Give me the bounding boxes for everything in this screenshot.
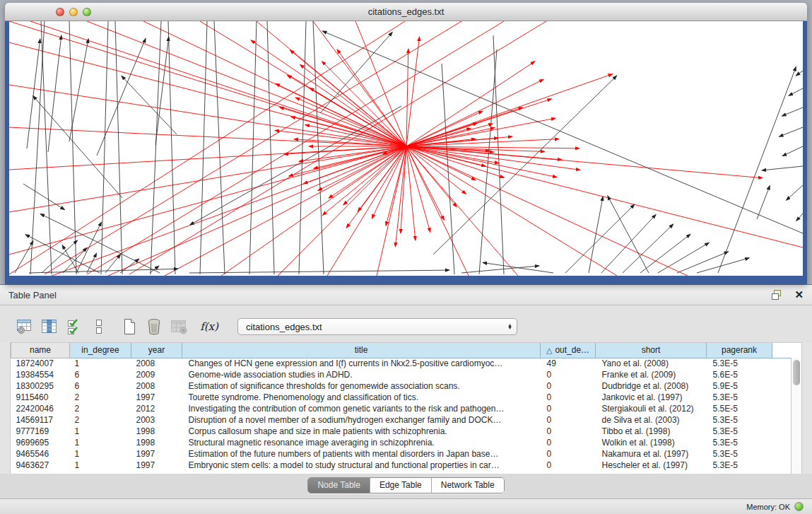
- table-toolbar: f(x) citations_edges.txt ▲▼: [0, 305, 812, 342]
- table-row[interactable]: 969969511998Structural magnetic resonanc…: [11, 437, 792, 448]
- table-row[interactable]: 2242004622012Investigating the contribut…: [11, 403, 792, 414]
- traffic-lights: [56, 8, 91, 16]
- network-canvas[interactable]: [9, 21, 803, 276]
- table-selector-dropdown[interactable]: citations_edges.txt ▲▼: [237, 318, 517, 335]
- row-options-icon[interactable]: [90, 317, 108, 336]
- delete-table-disabled-icon: [170, 317, 188, 336]
- function-builder-icon[interactable]: f(x): [200, 317, 218, 336]
- create-column-icon[interactable]: [120, 317, 139, 336]
- dropdown-stepper-icon: ▲▼: [507, 324, 512, 330]
- table-row[interactable]: 1872400712008Changes of HCN gene express…: [11, 358, 792, 369]
- minimize-window-button[interactable]: [69, 8, 78, 16]
- network-window[interactable]: citations_edges.txt: [5, 3, 807, 284]
- table-row[interactable]: 946554611997Estimation of the future num…: [11, 448, 792, 460]
- desktop: citations_edges.txt: [0, 0, 812, 284]
- table-row[interactable]: 911546021997Tourette syndrome. Phenomeno…: [11, 392, 792, 403]
- select-attributes-icon[interactable]: [65, 317, 83, 336]
- table-tab-group: Node TableEdge TableNetwork Table: [307, 477, 504, 493]
- header-filler: [772, 343, 792, 358]
- tab-network-table[interactable]: Network Table: [432, 478, 504, 493]
- table-row[interactable]: 1938455462009Genome-wide association stu…: [11, 369, 792, 380]
- table-options-icon[interactable]: [16, 317, 34, 336]
- column-header-pagerank[interactable]: pagerank: [707, 343, 772, 358]
- close-panel-icon[interactable]: ✕: [794, 288, 804, 301]
- table-selector-value: citations_edges.txt: [246, 322, 507, 332]
- scrollbar-thumb[interactable]: [793, 360, 800, 385]
- table-row[interactable]: 1456911722003Disruption of a novel membe…: [11, 414, 792, 426]
- float-panel-icon[interactable]: [772, 290, 783, 300]
- table-tabs-zone: Node TableEdge TableNetwork Table: [0, 474, 812, 498]
- table-panel-header: Table Panel ✕: [0, 284, 812, 305]
- column-header-short[interactable]: short: [596, 343, 707, 358]
- node-table[interactable]: namein_degreeyeartitle△out_de…shortpager…: [10, 342, 802, 474]
- tab-node-table[interactable]: Node Table: [308, 478, 370, 493]
- table-row[interactable]: 977716911998Corpus callosum shape and si…: [11, 426, 792, 437]
- column-header-name[interactable]: name: [11, 343, 70, 358]
- vertical-scrollbar[interactable]: [791, 358, 801, 474]
- delete-column-icon[interactable]: [145, 317, 163, 336]
- tab-edge-table[interactable]: Edge Table: [370, 478, 432, 493]
- table-header-row: namein_degreeyeartitle△out_de…shortpager…: [11, 343, 792, 358]
- table-row[interactable]: 1830029562008Estimation of significance …: [11, 380, 792, 392]
- show-columns-icon[interactable]: [40, 317, 59, 336]
- close-window-button[interactable]: [56, 8, 64, 16]
- window-title: citations_edges.txt: [368, 6, 445, 17]
- zoom-window-button[interactable]: [83, 8, 91, 16]
- node-table-body: 1872400712008Changes of HCN gene express…: [11, 358, 792, 471]
- sort-indicator: △: [546, 346, 552, 354]
- column-header-year[interactable]: year: [131, 343, 182, 358]
- column-header-title[interactable]: title: [182, 343, 541, 358]
- network-view[interactable]: [9, 21, 803, 276]
- memory-ok-indicator: [794, 502, 804, 511]
- column-header-in_degree[interactable]: in_degree: [70, 343, 131, 358]
- memory-status-label: Memory: OK: [746, 503, 790, 511]
- table-row[interactable]: 946362711997Embryonic stem cells: a mode…: [11, 460, 792, 471]
- table-panel-title: Table Panel: [8, 290, 57, 300]
- status-bar: Memory: OK: [0, 498, 812, 514]
- column-header-out_degree[interactable]: △out_de…: [541, 343, 596, 358]
- attribute-table: namein_degreeyeartitle△out_de…shortpager…: [11, 343, 792, 471]
- window-title-bar[interactable]: citations_edges.txt: [5, 3, 807, 21]
